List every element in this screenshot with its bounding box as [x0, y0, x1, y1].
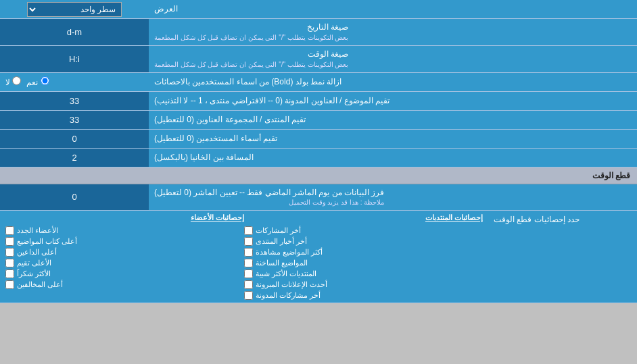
check-announcements[interactable] [244, 280, 253, 289]
check-top-violators[interactable] [5, 280, 14, 289]
time-format-field[interactable] [5, 54, 143, 64]
gap-field[interactable] [5, 153, 143, 163]
users-sort-field[interactable] [5, 134, 143, 144]
topic-sort-field[interactable] [5, 96, 143, 106]
check-top-callers[interactable] [5, 248, 14, 257]
check-item-blog-posts: أخر مشاركات المدونة [244, 291, 483, 300]
check-item-similar: المنتديات الأكثر شبية [244, 269, 483, 278]
time-cut-label: فرز البيانات من يوم الماشر الماضي فقط --… [149, 184, 637, 211]
col2-header: إحصائيات الأعضاء [5, 213, 244, 222]
check-item-announcements: أحدث الإعلانات المبرونة [244, 280, 483, 289]
topic-sort-label: تقيم الموضوع / العناوين المدونة (0 -- ال… [149, 92, 637, 110]
check-item-top-callers: أعلى الداعين [5, 248, 244, 257]
forum-sort-row: تقيم المنتدى / المجموعة العناوين (0 للتع… [0, 111, 637, 130]
date-format-label: صيغة التاريخ بعض التكوينات يتطلب "/" الت… [149, 19, 637, 45]
time-format-label: صيغة الوقت بعض التكوينات يتطلب "/" التي … [149, 46, 637, 72]
check-item-most-viewed: أكثر المواضيع مشاهدة [244, 248, 483, 257]
time-cut-row: فرز البيانات من يوم الماشر الماضي فقط --… [0, 184, 637, 211]
checkboxes-outer: حدد إحصائيات قطع الوقت إحصائيات المنتديا… [0, 211, 637, 303]
bold-remove-label: ازالة نمط بولد (Bold) من اسماء المستخدمي… [149, 73, 637, 91]
bold-no-radio[interactable] [12, 76, 21, 85]
check-item-top-rated: الأعلى تقيم [5, 259, 244, 267]
time-cut-input-wrap [0, 184, 149, 211]
bold-remove-options: نعم لا [0, 73, 149, 91]
check-new-members[interactable] [5, 226, 14, 235]
time-format-input-wrap [0, 46, 149, 72]
checkboxes-columns: إحصائيات المنتديات أخر المشاركات أخر أخب… [0, 211, 488, 303]
check-item-hot: المواضيع الساخنة [244, 259, 483, 267]
bold-no-label[interactable]: لا [5, 76, 21, 87]
bold-remove-row: ازالة نمط بولد (Bold) من اسماء المستخدمي… [0, 73, 637, 92]
gap-row: المسافة بين الخانيا (بالبكسل) [0, 149, 637, 167]
stats-section-label: حدد إحصائيات قطع الوقت [488, 211, 637, 303]
topic-sort-input-wrap [0, 92, 149, 110]
date-format-row: صيغة التاريخ بعض التكوينات يتطلب "/" الت… [0, 19, 637, 46]
check-item-new-members: الأعضاء الجدد [5, 226, 244, 235]
check-top-writers[interactable] [5, 237, 14, 246]
bold-yes-label[interactable]: نعم [26, 76, 49, 87]
stats-col2: إحصائيات الأعضاء الأعضاء الجدد أعلى كتاب… [5, 213, 244, 300]
display-type-row: العرض سطر واحد متعدد الأسطر [0, 0, 637, 19]
gap-label: المسافة بين الخانيا (بالبكسل) [149, 149, 637, 167]
users-sort-row: تقيم أسماء المستخدمين (0 للتعطيل) [0, 130, 637, 149]
check-hot[interactable] [244, 259, 253, 267]
forum-sort-field[interactable] [5, 115, 143, 125]
check-shares[interactable] [244, 226, 253, 235]
check-similar[interactable] [244, 269, 253, 278]
check-most-viewed[interactable] [244, 248, 253, 257]
time-cut-field[interactable] [5, 192, 143, 202]
col1-header: إحصائيات المنتديات [244, 213, 483, 222]
display-type-input[interactable]: سطر واحد متعدد الأسطر [0, 0, 149, 18]
time-format-row: صيغة الوقت بعض التكوينات يتطلب "/" التي … [0, 46, 637, 73]
forum-sort-label: تقيم المنتدى / المجموعة العناوين (0 للتع… [149, 111, 637, 129]
forum-sort-input-wrap [0, 111, 149, 129]
bold-yes-radio[interactable] [41, 76, 49, 85]
check-blog-posts[interactable] [244, 291, 253, 300]
check-top-rated[interactable] [5, 259, 14, 267]
users-sort-label: تقيم أسماء المستخدمين (0 للتعطيل) [149, 130, 637, 148]
display-type-select[interactable]: سطر واحد متعدد الأسطر [27, 2, 122, 17]
check-most-thanks[interactable] [5, 269, 14, 278]
users-sort-input-wrap [0, 130, 149, 148]
main-container: العرض سطر واحد متعدد الأسطر صيغة التاريخ… [0, 0, 637, 303]
date-format-field[interactable] [5, 27, 143, 37]
check-item-top-writers: أعلى كتاب المواضيع [5, 237, 244, 246]
check-item-forum-news: أخر أخبار المنتدى [244, 237, 483, 246]
topic-sort-row: تقيم الموضوع / العناوين المدونة (0 -- ال… [0, 92, 637, 111]
time-cut-header: قطع الوقت [0, 167, 637, 184]
display-type-label: العرض [149, 0, 637, 18]
stats-col1: إحصائيات المنتديات أخر المشاركات أخر أخب… [244, 213, 483, 300]
gap-input-wrap [0, 149, 149, 167]
check-item-most-thanks: الأكثر شكراً [5, 269, 244, 278]
check-item-shares: أخر المشاركات [244, 226, 483, 235]
check-item-top-violators: أعلى المخالفين [5, 280, 244, 289]
check-forum-news[interactable] [244, 237, 253, 246]
date-format-input-wrap [0, 19, 149, 45]
